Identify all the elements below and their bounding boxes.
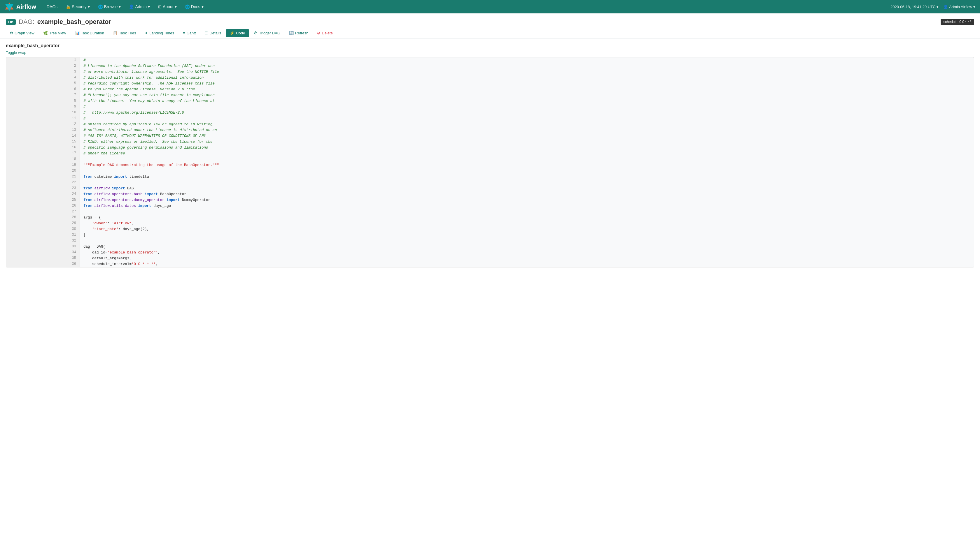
trigger-dag-icon: ⏱ [254, 31, 258, 35]
dag-title: On DAG: example_bash_operator [6, 18, 111, 25]
toggle-wrap-button[interactable]: Toggle wrap [6, 51, 26, 55]
code-line: 19"""Example DAG demonstrating the usage… [6, 162, 974, 168]
nav-admin[interactable]: 👤 Admin ▾ [126, 3, 153, 11]
tab-task-tries[interactable]: 📋 Task Tries [109, 29, 140, 37]
tab-gantt[interactable]: ≡ Gantt [179, 29, 200, 37]
code-line: 26from airflow.utils.dates import days_a… [6, 203, 974, 209]
task-duration-label: Task Duration [81, 31, 104, 35]
admin-chevron: ▾ [148, 4, 150, 9]
user-icon: 👤 [943, 5, 948, 9]
browse-label: Browse [104, 4, 118, 9]
dag-name: example_bash_operator [37, 18, 111, 25]
code-line: 9# [6, 104, 974, 110]
tabs-bar: ✿ Graph View 🌿 Tree View 📊 Task Duration… [0, 28, 980, 38]
security-label: Security [72, 4, 87, 9]
code-line: 7# "License"); you may not use this file… [6, 92, 974, 98]
code-line: 31} [6, 232, 974, 238]
code-line: 11# [6, 116, 974, 122]
dags-label: DAGs [47, 4, 57, 9]
code-line: 27 [6, 209, 974, 215]
code-line: 3# or more contributor license agreement… [6, 69, 974, 75]
task-tries-label: Task Tries [119, 31, 136, 35]
code-line: 32 [6, 238, 974, 244]
code-line: 33dag = DAG( [6, 244, 974, 250]
navbar: Airflow DAGs 🔒 Security ▾ 🌐 Browse ▾ 👤 A… [0, 0, 980, 13]
nav-security[interactable]: 🔒 Security ▾ [62, 3, 93, 11]
user-chevron: ▾ [973, 5, 975, 9]
dag-header: On DAG: example_bash_operator schedule: … [0, 13, 980, 28]
code-label: Code [236, 31, 245, 35]
code-section: example_bash_operator Toggle wrap 1# 2# … [0, 38, 980, 272]
datetime-display[interactable]: 2020-06-18, 19:41:29 UTC ▾ [891, 5, 939, 9]
nav-dags[interactable]: DAGs [43, 3, 61, 11]
tab-graph-view[interactable]: ✿ Graph View [6, 29, 38, 37]
code-line: 24from airflow.operators.bash import Bas… [6, 192, 974, 197]
user-name: Admin Airflow [949, 5, 972, 9]
code-line: 1# [6, 57, 974, 63]
tab-delete[interactable]: ⊗ Delete [313, 29, 337, 37]
task-tries-icon: 📋 [113, 31, 118, 35]
code-line: 13# software distributed under the Licen… [6, 127, 974, 133]
code-line: 8# with the License. You may obtain a co… [6, 98, 974, 104]
about-label: About [163, 4, 173, 9]
code-line: 2# Licensed to the Apache Software Found… [6, 63, 974, 69]
gantt-label: Gantt [187, 31, 196, 35]
nav-browse[interactable]: 🌐 Browse ▾ [94, 3, 124, 11]
gantt-icon: ≡ [183, 31, 185, 35]
tab-details[interactable]: ☰ Details [200, 29, 225, 37]
code-line: 36 schedule_interval='0 0 * * *', [6, 262, 974, 267]
tab-refresh[interactable]: 🔄 Refresh [285, 29, 313, 37]
code-table: 1# 2# Licensed to the Apache Software Fo… [6, 57, 974, 267]
security-icon: 🔒 [65, 4, 71, 9]
graph-view-icon: ✿ [10, 31, 13, 35]
code-line: 4# distributed with this work for additi… [6, 75, 974, 81]
code-line: 22 [6, 180, 974, 185]
admin-icon: 👤 [129, 4, 134, 9]
security-chevron: ▾ [88, 4, 90, 9]
code-line: 20 [6, 168, 974, 174]
tree-view-icon: 🌿 [43, 31, 48, 35]
tree-view-label: Tree View [49, 31, 66, 35]
details-label: Details [209, 31, 221, 35]
nav-about[interactable]: ⊞ About ▾ [154, 3, 180, 11]
code-line: 12# Unless required by applicable law or… [6, 122, 974, 127]
code-line: 29 'owner': 'airflow', [6, 220, 974, 227]
docs-icon: 🌐 [185, 4, 190, 9]
refresh-label: Refresh [295, 31, 309, 35]
code-line: 21from datetime import timedelta [6, 174, 974, 180]
refresh-icon: 🔄 [289, 31, 294, 35]
code-line: 23from airflow import DAG [6, 185, 974, 192]
admin-label: Admin [135, 4, 147, 9]
code-line: 5# regarding copyright ownership. The AS… [6, 81, 974, 87]
tab-code[interactable]: ⚡ Code [226, 29, 249, 37]
tab-task-duration[interactable]: 📊 Task Duration [71, 29, 108, 37]
code-line: 14# "AS IS" BASIS, WITHOUT WARRANTIES OR… [6, 133, 974, 139]
code-line: 34 dag_id='example_bash_operator', [6, 250, 974, 255]
code-icon: ⚡ [230, 31, 234, 35]
about-icon: ⊞ [158, 4, 162, 9]
user-menu[interactable]: 👤 Admin Airflow ▾ [943, 5, 975, 9]
browse-icon: 🌐 [98, 4, 103, 9]
main-content: On DAG: example_bash_operator schedule: … [0, 13, 980, 539]
brand-logo[interactable]: Airflow [5, 2, 36, 11]
delete-icon: ⊗ [317, 31, 320, 35]
about-chevron: ▾ [175, 4, 177, 9]
code-line: 35 default_args=args, [6, 255, 974, 262]
datetime-text: 2020-06-18, 19:41:29 UTC [891, 5, 935, 9]
tab-landing-times[interactable]: ✈ Landing Times [141, 29, 178, 37]
dag-status-badge[interactable]: On [6, 19, 16, 25]
graph-view-label: Graph View [14, 31, 34, 35]
browse-chevron: ▾ [119, 4, 121, 9]
tab-tree-view[interactable]: 🌿 Tree View [39, 29, 70, 37]
nav-docs[interactable]: 🌐 Docs ▾ [181, 3, 207, 11]
code-line: 15# KIND, either express or implied. See… [6, 139, 974, 145]
code-line: 25from airflow.operators.dummy_operator … [6, 197, 974, 203]
delete-label: Delete [322, 31, 333, 35]
code-line: 18 [6, 157, 974, 162]
code-container[interactable]: 1# 2# Licensed to the Apache Software Fo… [6, 57, 974, 268]
tab-trigger-dag[interactable]: ⏱ Trigger DAG [250, 29, 284, 37]
code-line: 6# to you under the Apache License, Vers… [6, 87, 974, 92]
docs-chevron: ▾ [202, 4, 204, 9]
code-line: 10# http://www.apache.org/licenses/LICEN… [6, 110, 974, 116]
code-line: 28args = { [6, 215, 974, 220]
